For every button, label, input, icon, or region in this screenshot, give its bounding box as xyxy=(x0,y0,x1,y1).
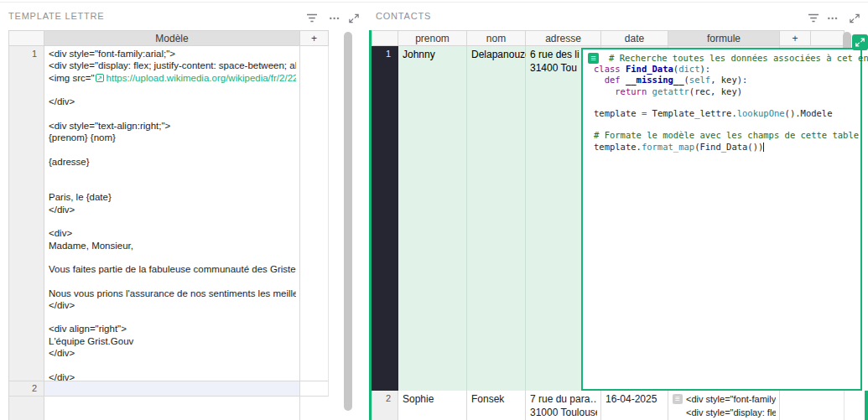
formule-cell-row-2[interactable]: ≡ <div style="font-family:ar… <div style… xyxy=(668,391,780,420)
contacts-row-number-1[interactable]: 1 xyxy=(372,46,398,391)
modele-cell-row-2[interactable] xyxy=(44,381,300,397)
template-cell-lines: <div style="font-family:arial;"><div sty… xyxy=(49,48,296,381)
date-cell-row-2[interactable]: 16-04-2025 xyxy=(601,391,668,420)
filter-icon[interactable] xyxy=(305,12,319,24)
modele-cell-row-3[interactable] xyxy=(44,397,300,420)
expand-section-icon[interactable] xyxy=(848,12,861,24)
template-lettre-section-title[interactable]: TEMPLATE LETTRE xyxy=(8,11,104,21)
column-header-date[interactable]: date xyxy=(601,30,668,46)
formula-icon: ≡ xyxy=(673,394,683,404)
section-menu-icon[interactable]: ⋯ xyxy=(826,12,839,24)
add-column-button-contacts[interactable]: + xyxy=(780,30,811,46)
left-add-column-body-row-1[interactable] xyxy=(300,46,329,381)
grist-page: TEMPLATE LETTRE ⋯ Modèle + 1 <div style=… xyxy=(0,0,868,420)
top-divider xyxy=(0,2,868,3)
left-row-number-header[interactable] xyxy=(8,30,44,46)
contacts-row-number-2[interactable]: 2 xyxy=(372,391,398,420)
column-header-nom[interactable]: nom xyxy=(467,30,526,46)
adresse-line-2: 31000 Toulouse xyxy=(530,406,597,419)
external-link-icon: ↗ xyxy=(96,74,104,82)
expand-formula-editor-button[interactable] xyxy=(852,34,868,50)
left-row-number-1[interactable]: 1 xyxy=(8,46,44,381)
left-vertical-scrollbar[interactable] xyxy=(344,32,352,411)
prenom-cell-row-2[interactable]: Sophie xyxy=(398,391,467,420)
left-row-number-2[interactable]: 2 xyxy=(8,381,44,397)
section-border-segment xyxy=(865,391,868,420)
contacts-extra-cells-row-2 xyxy=(780,391,845,420)
prenom-cell-row-1[interactable]: Johnny xyxy=(398,46,467,391)
add-column-button-left[interactable]: + xyxy=(300,30,329,46)
left-add-column-body-row-2[interactable] xyxy=(300,381,329,397)
active-section-border xyxy=(369,30,372,420)
column-header-modele[interactable]: Modèle xyxy=(44,30,300,46)
formula-editor[interactable]: ≡ # Recherche toutes les données associé… xyxy=(581,48,862,391)
formula-code[interactable]: # Recherche toutes les données associées… xyxy=(594,53,857,153)
contacts-row-number-header[interactable] xyxy=(372,30,398,46)
adresse-cell-row-2[interactable]: 7 rue du para… 31000 Toulouse xyxy=(526,391,601,420)
filter-icon[interactable] xyxy=(807,12,820,24)
contacts-empty-header[interactable] xyxy=(811,30,845,46)
left-row-number-3[interactable] xyxy=(8,397,44,420)
section-menu-icon[interactable]: ⋯ xyxy=(328,12,341,24)
nom-cell-row-2[interactable]: Fonsek xyxy=(467,391,526,420)
column-header-adresse[interactable]: adresse xyxy=(526,30,601,46)
expand-section-icon[interactable] xyxy=(347,12,361,24)
column-header-prenom[interactable]: prenom xyxy=(398,30,467,46)
formule-line-2: <div style="display: flex; … xyxy=(686,406,776,419)
contacts-section-title[interactable]: CONTACTS xyxy=(376,11,431,21)
text-cursor xyxy=(763,143,764,152)
formule-line-1: <div style="font-family:ar… xyxy=(686,392,776,406)
nom-cell-row-1[interactable]: Delapanouze xyxy=(467,46,526,391)
column-header-formule[interactable]: formule xyxy=(668,30,780,46)
modele-cell-row-1[interactable]: <div style="font-family:arial;"><div sty… xyxy=(44,46,300,381)
adresse-line-1: 7 rue du para… xyxy=(530,392,597,406)
image-url-link[interactable]: https://upload.wikimedia.org/wikipedia/f… xyxy=(107,73,296,83)
